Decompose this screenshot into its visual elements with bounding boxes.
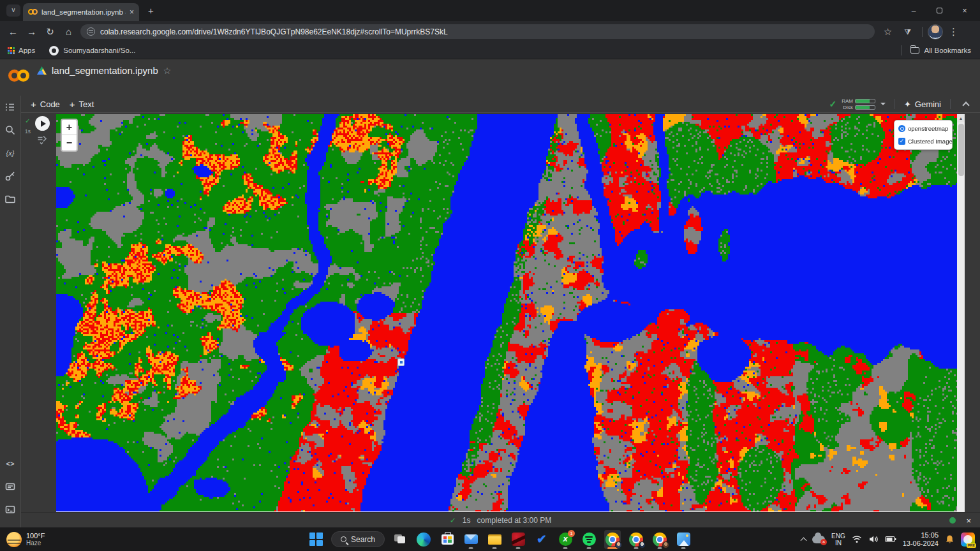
screen: v land_segmentation.ipynb - Cola × + – ×… xyxy=(0,0,980,551)
chrome-active-icon[interactable] xyxy=(604,530,621,549)
back-icon[interactable]: ← xyxy=(4,26,22,37)
colab-logo[interactable] xyxy=(8,67,36,86)
start-button[interactable] xyxy=(308,530,324,549)
files-folder-icon[interactable] xyxy=(0,187,21,210)
add-code-label: Code xyxy=(40,99,60,109)
output-scrollbar[interactable]: ▲ xyxy=(957,114,965,512)
bookmarks-bar: Apps Soumyadarshani/So... All Bookmarks xyxy=(0,42,980,59)
weather-widget[interactable]: 100°F Haze xyxy=(6,532,45,547)
clear-output-icon[interactable]: × xyxy=(966,516,971,525)
collapse-header-icon[interactable] xyxy=(962,101,969,108)
minimize-icon[interactable]: – xyxy=(901,6,926,15)
scrollbar-thumb[interactable] xyxy=(958,124,964,176)
address-bar[interactable]: colab.research.google.com/drive/1W8zdn6Y… xyxy=(80,24,875,39)
toolbar-separator xyxy=(895,99,895,109)
reload-icon[interactable]: ↻ xyxy=(41,26,59,38)
taskbar-search[interactable]: Search xyxy=(331,531,385,547)
mail-icon[interactable] xyxy=(463,530,479,549)
colab-favicon xyxy=(28,9,38,15)
base-layer-option[interactable]: openstreetmap xyxy=(898,125,948,132)
table-of-contents-icon[interactable] xyxy=(0,96,21,119)
search-icon xyxy=(341,536,346,542)
forward-icon[interactable]: → xyxy=(22,26,41,37)
clock-widget[interactable]: 15:05 13-06-2024 xyxy=(903,531,939,548)
zoom-in-button[interactable]: + xyxy=(62,120,77,135)
tray-expand-icon[interactable] xyxy=(801,537,807,543)
all-bookmarks-label[interactable]: All Bookmarks xyxy=(924,47,972,54)
notebook-toolbar: + Code + Text ✓ RAM Disk ✦ Gemini xyxy=(21,96,980,113)
add-code-button[interactable]: + Code xyxy=(31,99,60,110)
file-explorer-icon[interactable] xyxy=(486,530,503,549)
apps-grid-icon[interactable] xyxy=(8,47,15,54)
browser-profile-avatar[interactable] xyxy=(928,24,943,40)
star-notebook-icon[interactable]: ☆ xyxy=(163,66,172,76)
chrome-profile2-icon[interactable] xyxy=(628,530,644,549)
radio-selected-icon[interactable] xyxy=(898,125,905,132)
zoom-out-button[interactable]: − xyxy=(62,135,77,151)
volume-icon[interactable] xyxy=(868,535,879,543)
command-palette-icon[interactable] xyxy=(0,475,21,498)
map-marker[interactable] xyxy=(397,358,405,366)
browser-toolbar: ← → ↻ ⌂ colab.research.google.com/drive/… xyxy=(0,21,980,42)
variables-icon[interactable]: {x} xyxy=(0,142,21,165)
run-cell-button[interactable] xyxy=(35,116,50,131)
apps-bookmark[interactable]: Apps xyxy=(19,47,35,54)
search-icon[interactable] xyxy=(0,119,21,142)
copilot-icon[interactable]: PRE xyxy=(961,533,975,547)
secrets-key-icon[interactable] xyxy=(0,165,21,187)
red-app-icon[interactable] xyxy=(510,530,526,549)
browser-tab[interactable]: land_segmentation.ipynb - Cola × xyxy=(23,3,139,21)
github-icon[interactable] xyxy=(49,46,59,55)
close-tab-icon[interactable]: × xyxy=(130,8,134,17)
spotify-icon[interactable] xyxy=(581,530,597,549)
language-indicator[interactable]: ENG IN xyxy=(831,533,845,547)
copilot-pre-badge: PRE xyxy=(967,543,976,548)
close-window-icon[interactable]: × xyxy=(952,6,977,15)
bookmark-star-icon[interactable]: ☆ xyxy=(879,26,897,38)
wifi-icon[interactable] xyxy=(852,535,862,543)
scrollbar-up-icon[interactable]: ▲ xyxy=(957,114,965,122)
language-top: ENG xyxy=(831,533,845,540)
overlay-layer-option[interactable]: ✓ Clustered Image xyxy=(898,138,948,145)
chrome-profile3-icon[interactable] xyxy=(651,530,668,549)
maximize-icon[interactable] xyxy=(926,6,952,15)
resource-monitor[interactable]: RAM Disk xyxy=(842,98,875,110)
photos-icon[interactable] xyxy=(675,530,692,549)
completed-check-icon: ✓ xyxy=(450,516,456,525)
xbox-notification-badge: 1 xyxy=(568,530,575,537)
ram-label: RAM xyxy=(842,98,853,104)
window-controls: – × xyxy=(901,0,977,21)
repo-bookmark[interactable]: Soumyadarshani/So... xyxy=(63,47,135,54)
gemini-button[interactable]: ✦ Gemini xyxy=(904,99,941,109)
notebook-title[interactable]: land_segmentation.ipynb xyxy=(52,65,158,76)
home-icon[interactable]: ⌂ xyxy=(59,26,78,37)
code-snippets-icon[interactable]: <> xyxy=(0,452,21,475)
cell-output-scroll-icon[interactable] xyxy=(36,134,47,147)
clustered-map-image[interactable] xyxy=(56,114,957,511)
extensions-icon[interactable]: ⧩ xyxy=(898,27,917,36)
plus-icon: + xyxy=(70,99,75,110)
base-layer-label: openstreetmap xyxy=(908,125,948,132)
tab-search-button[interactable]: v xyxy=(6,4,20,17)
xbox-icon[interactable]: x1 xyxy=(557,530,574,549)
new-tab-button[interactable]: + xyxy=(148,5,154,16)
footer-completed-text: completed at 3:00 PM xyxy=(477,516,552,525)
edge-icon[interactable] xyxy=(415,530,432,549)
checkbox-checked-icon[interactable]: ✓ xyxy=(898,138,905,145)
add-text-button[interactable]: + Text xyxy=(70,99,94,110)
output-status-dot xyxy=(949,517,956,524)
task-view-button[interactable] xyxy=(392,530,408,549)
all-bookmarks-folder-icon[interactable] xyxy=(910,47,919,54)
language-bottom: IN xyxy=(831,540,845,547)
colab-left-sidebar: {x} <> xyxy=(0,96,21,527)
notification-bell-icon[interactable] xyxy=(945,534,954,545)
site-settings-icon[interactable] xyxy=(87,27,95,36)
browser-menu-icon[interactable]: ⋮ xyxy=(944,26,963,38)
runtime-dropdown-icon[interactable] xyxy=(880,103,886,108)
todo-check-icon[interactable]: ✔ xyxy=(533,530,550,549)
gemini-spark-icon: ✦ xyxy=(904,99,911,109)
battery-icon[interactable] xyxy=(885,536,896,543)
microsoft-store-icon[interactable] xyxy=(439,530,456,549)
terminal-icon[interactable] xyxy=(0,498,21,521)
onedrive-icon[interactable] xyxy=(812,536,825,543)
